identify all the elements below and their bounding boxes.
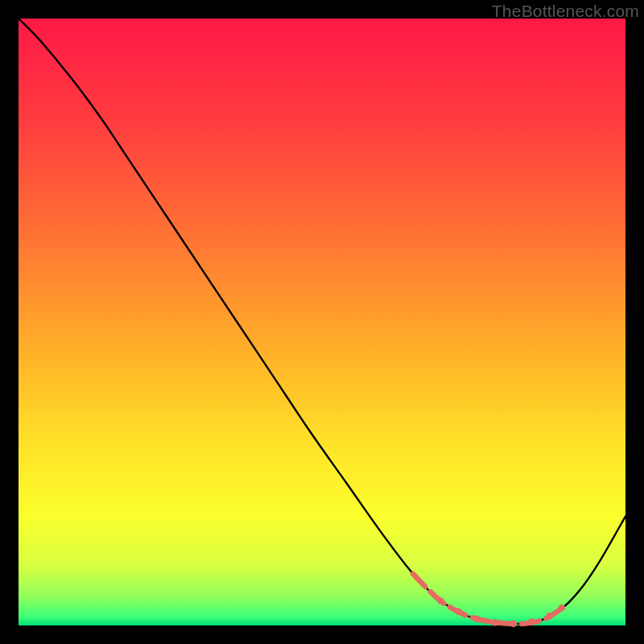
chart-svg bbox=[19, 19, 625, 625]
curve-marker bbox=[437, 597, 444, 604]
curve-marker bbox=[559, 605, 565, 611]
curve-highlight-dash bbox=[413, 574, 565, 624]
curve-marker bbox=[547, 613, 553, 619]
watermark-text: TheBottleneck.com bbox=[492, 2, 639, 21]
curve-marker bbox=[455, 608, 461, 614]
curve-marker bbox=[492, 619, 498, 625]
curve-marker bbox=[528, 618, 535, 625]
curve-marker bbox=[510, 621, 516, 627]
curve-line bbox=[19, 19, 625, 624]
curve-marker bbox=[473, 616, 480, 622]
